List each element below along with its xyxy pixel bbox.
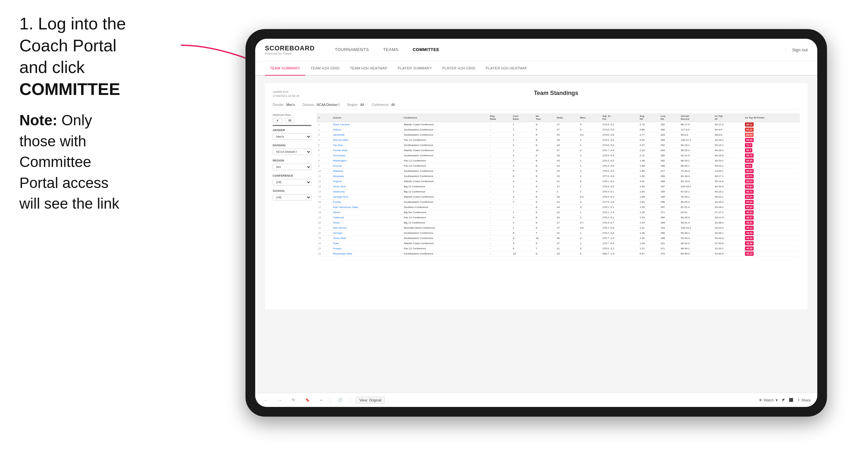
cell-wins: 6: [578, 127, 601, 132]
nav-committee[interactable]: COMMITTEE: [405, 39, 446, 61]
cell-low-rd: 269: [659, 236, 679, 241]
school-select[interactable]: (All): [273, 194, 311, 200]
cell-points: 68.71: [743, 153, 800, 158]
table-row: 1 North Carolina Atlantic Coast Conferen…: [317, 122, 800, 127]
cell-school[interactable]: Arizona: [332, 163, 402, 168]
gender-select[interactable]: Men's: [273, 133, 311, 140]
cell-school[interactable]: Texas Tech: [332, 184, 402, 189]
cell-school[interactable]: Georgia Tech: [332, 194, 402, 199]
toolbar-icon-btn[interactable]: ◤: [782, 398, 785, 402]
sub-nav-team-h2h-grid[interactable]: TEAM H2H GRID: [305, 61, 345, 75]
toolbar-back[interactable]: ←: [262, 397, 270, 403]
sub-nav-player-summary[interactable]: PLAYER SUMMARY: [393, 61, 437, 75]
cell-overall: 59-39-1: [679, 230, 713, 236]
conference-filter-group: Conference (All): [273, 174, 311, 185]
cell-rnds: 23: [555, 210, 579, 215]
cell-low-rd: 265: [659, 153, 679, 158]
cell-overall: 60-39-2: [679, 251, 713, 256]
cell-overall: 93-6-0: [679, 132, 713, 137]
cell-wins: 6: [578, 179, 601, 184]
cell-school[interactable]: Washington: [332, 158, 402, 163]
cell-school[interactable]: Texas A&M: [332, 236, 402, 241]
cell-school[interactable]: Auburn: [332, 127, 402, 132]
cell-school[interactable]: Texas: [332, 220, 402, 225]
cell-reg-rank: -: [489, 158, 512, 163]
cell-avg-sg: 3.01: [638, 179, 659, 184]
cell-rnds: 24: [555, 205, 579, 210]
cell-rnds: 27: [555, 184, 579, 189]
cell-vs25: 49-15-1: [713, 189, 743, 194]
region-filter-group: Region N/A: [273, 159, 311, 170]
toolbar-refresh[interactable]: ↻: [289, 397, 298, 403]
cell-low-rd: 265: [659, 137, 679, 143]
nav-tournaments[interactable]: TOURNAMENTS: [328, 39, 376, 61]
cell-school[interactable]: North Carolina: [332, 122, 402, 127]
toolbar-add[interactable]: +: [317, 397, 324, 403]
cell-school[interactable]: Oklahoma: [332, 189, 402, 194]
cell-conference: Big 12 Conference: [402, 220, 489, 225]
th-school: School: [332, 113, 402, 122]
th-avg-sg: Avg.SG: [638, 113, 659, 122]
cell-wins: 1: [578, 163, 601, 168]
cell-wins: 0: [578, 251, 601, 256]
min-row-input-1[interactable]: [273, 118, 282, 123]
sub-nav-team-summary[interactable]: TEAM SUMMARY: [265, 61, 305, 75]
cell-conference: Southeastern Conference: [402, 230, 489, 236]
cell-school[interactable]: Florida: [332, 199, 402, 205]
cell-school[interactable]: Tennessee: [332, 153, 402, 158]
cell-rank: 13: [317, 184, 332, 189]
nav-teams[interactable]: TEAMS: [376, 39, 405, 61]
sub-nav-player-h2h-heatmap[interactable]: PLAYER H2H HEATMAP: [481, 61, 532, 75]
region-select[interactable]: N/A: [273, 164, 311, 170]
cell-conf-rank: 3: [512, 220, 534, 225]
table-row: 19 California Pac-12 Conference - 4 8 24…: [317, 215, 800, 220]
cell-points: 40.38: [743, 246, 800, 251]
cell-school[interactable]: New Mexico: [332, 225, 402, 230]
cell-school[interactable]: Arkansas: [332, 174, 402, 179]
cell-school[interactable]: Arizona State: [332, 137, 402, 143]
cell-school[interactable]: East Tennessee State: [332, 205, 402, 210]
min-row-input-2[interactable]: [285, 118, 294, 123]
cell-school[interactable]: Mississippi State: [332, 251, 402, 256]
share-button[interactable]: ⇧ Share: [797, 398, 811, 402]
instruction-text-bold: COMMITTEE: [20, 80, 120, 98]
sub-nav-player-h2h-grid[interactable]: PLAYER H2H GRID: [437, 61, 481, 75]
cell-school[interactable]: Illinois: [332, 210, 402, 215]
division-select[interactable]: NCAA Division I: [273, 149, 311, 155]
cell-school[interactable]: Duke: [332, 241, 402, 246]
fullscreen-button[interactable]: ⬛: [789, 398, 794, 402]
cell-school[interactable]: Oregon: [332, 246, 402, 251]
cell-adj: 276.0 -3.5: [601, 168, 638, 174]
cell-school[interactable]: Ole Miss: [332, 143, 402, 148]
cell-rnds: 27: [555, 122, 579, 127]
sign-out-button[interactable]: Sign out: [785, 48, 808, 52]
cell-school[interactable]: Alabama: [332, 168, 402, 174]
toolbar-forward[interactable]: →: [276, 397, 284, 403]
cell-school[interactable]: Virginia: [332, 179, 402, 184]
cell-avg-sg: 1.44: [638, 220, 659, 225]
cell-points: 58.71: [743, 189, 800, 194]
cell-vs25: 33-44-3: [713, 236, 743, 241]
toolbar-clock[interactable]: 🕐: [335, 397, 345, 403]
table-row: 25 Oregon Pac-12 Conference - 5 7 21 0 2…: [317, 246, 800, 251]
conference-select[interactable]: (All): [273, 179, 311, 185]
toolbar-bookmark[interactable]: 🔖: [303, 397, 312, 403]
instruction-text-before: Log into the Coach Portal and click: [20, 14, 126, 76]
cell-reg-rank: -: [489, 163, 512, 168]
cell-no-tour: 9: [534, 127, 555, 132]
nav-items: TOURNAMENTS TEAMS COMMITTEE: [328, 39, 785, 61]
cell-school[interactable]: California: [332, 215, 402, 220]
view-original-button[interactable]: View: Original: [356, 397, 385, 404]
cell-points: 60.57: [743, 179, 800, 184]
cell-school[interactable]: Georgia: [332, 230, 402, 236]
cell-conf-rank: 2: [512, 148, 534, 153]
table-row: 18 Illinois Big Ten Conference - 1 8 23 …: [317, 210, 800, 215]
cell-school[interactable]: Florida State: [332, 148, 402, 153]
cell-school[interactable]: Vanderbilt: [332, 132, 402, 137]
sub-nav-team-h2h-heatmap[interactable]: TEAM H2H HEATMAP: [345, 61, 393, 75]
watch-button[interactable]: 👁 Watch ▼: [759, 398, 778, 402]
cell-points: 58.94: [743, 184, 800, 189]
cell-no-tour: 10: [534, 148, 555, 153]
cell-wins: 4: [578, 148, 601, 153]
cell-points: 35.13: [743, 251, 800, 256]
